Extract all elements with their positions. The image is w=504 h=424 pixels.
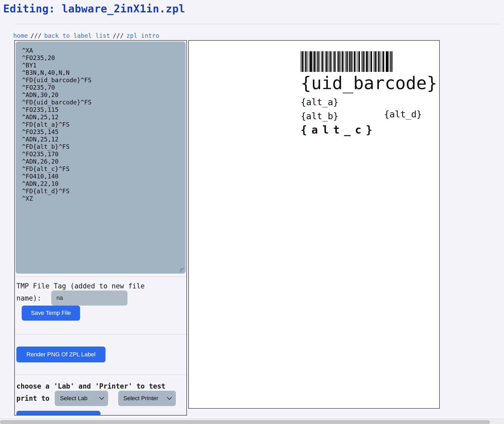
- tmp-file-section: TMP File Tag (added to new file name): S…: [16, 281, 184, 321]
- zpl-editor-wrap: ^XA ^FO235,20 ^BY1 ^B3N,N,40,N,N ^FD{uid…: [16, 42, 186, 274]
- main-columns: ^XA ^FO235,20 ^BY1 ^B3N,N,40,N,N ^FD{uid…: [14, 40, 504, 416]
- save-temp-file-button[interactable]: Save Temp File: [22, 306, 80, 321]
- test-print-local-zebra-button[interactable]: Test Print To Local Zebra: [16, 411, 100, 416]
- page-title: Editing: labware_2inX1in.zpl: [3, 3, 504, 15]
- nav-link-zpl-intro[interactable]: zpl intro: [126, 32, 159, 39]
- breadcrumb: home///back to label list///zpl intro: [13, 32, 504, 40]
- preview-alt-b-text: {alt_b}: [301, 111, 338, 122]
- tmp-file-tag-input[interactable]: [51, 291, 127, 306]
- chevron-down-icon: [99, 395, 104, 400]
- choose-prompt-line1: choose a 'Lab' and 'Printer' to test: [16, 382, 166, 390]
- preview-alt-d-text: {alt_d}: [384, 109, 422, 120]
- preview-uid-barcode-text: {uid_barcode}: [301, 73, 437, 93]
- section-divider: [15, 276, 186, 277]
- resize-handle-icon[interactable]: [180, 268, 184, 272]
- zpl-code-textarea[interactable]: ^XA ^FO235,20 ^BY1 ^B3N,N,40,N,N ^FD{uid…: [16, 42, 186, 274]
- printer-select-value: Select Printer: [123, 394, 158, 403]
- tmp-file-tag-label-line2: name):: [16, 294, 41, 302]
- barcode-image: [301, 51, 394, 72]
- editor-panel: ^XA ^FO235,20 ^BY1 ^B3N,N,40,N,N ^FD{uid…: [14, 40, 187, 416]
- nav-link-back-to-label-list[interactable]: back to label list: [44, 32, 110, 39]
- nav-link-home[interactable]: home: [13, 32, 28, 39]
- horizontal-scrollbar-track[interactable]: [0, 418, 504, 424]
- nav-separator: ///: [30, 32, 42, 39]
- section-divider: [15, 334, 186, 335]
- header-divider: [13, 24, 499, 24]
- preview-alt-c-text: {alt_c}: [301, 124, 437, 136]
- preview-alt-row: {alt_b} {alt_d}: [301, 111, 437, 122]
- label-preview-panel: {uid_barcode} {alt_a} {alt_b} {alt_d} {a…: [188, 40, 440, 409]
- render-png-button[interactable]: Render PNG Of ZPL Label: [16, 347, 106, 362]
- printer-select[interactable]: Select Printer: [118, 391, 176, 406]
- lab-select[interactable]: Select Lab: [55, 391, 108, 406]
- choose-prompt-line2: print to: [16, 394, 49, 402]
- section-divider: [15, 375, 186, 375]
- lab-select-value: Select Lab: [60, 394, 88, 403]
- tmp-file-tag-label-line1: TMP File Tag (added to new file: [16, 282, 145, 290]
- preview-alt-a-text: {alt_a}: [301, 97, 437, 108]
- test-print-section: choose a 'Lab' and 'Printer' to test pri…: [16, 381, 184, 406]
- chevron-down-icon: [167, 395, 172, 400]
- label-preview-content: {uid_barcode} {alt_a} {alt_b} {alt_d} {a…: [301, 51, 437, 136]
- horizontal-scrollbar-thumb[interactable]: [0, 420, 490, 424]
- nav-separator: ///: [113, 32, 124, 39]
